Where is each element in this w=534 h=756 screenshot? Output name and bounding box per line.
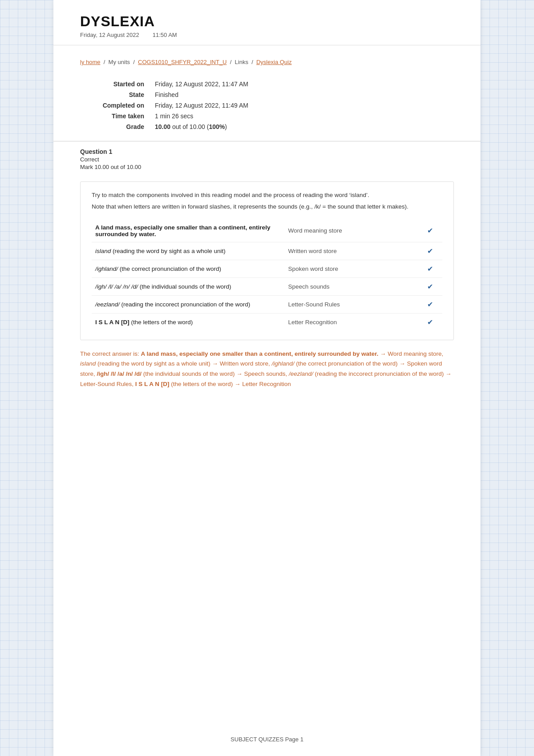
page-footer: SUBJECT QUIZZES Page 1 [53, 736, 481, 743]
question-label: Question 1 [80, 148, 454, 155]
info-section: Started on Friday, 12 August 2022, 11:47… [53, 74, 481, 141]
breadcrumb-links: Links [235, 59, 248, 65]
correct-answer-prefix: The correct answer is: A land mass, espe… [80, 350, 451, 388]
info-row-completed: Completed on Friday, 12 August 2022, 11:… [80, 100, 454, 111]
question-header: Question 1 Correct Mark 10.00 out of 10.… [53, 141, 481, 173]
question-mark: Mark 10.00 out of 10.00 [80, 164, 454, 170]
match-left-1: A land mass, especially one smaller than… [92, 220, 284, 242]
breadcrumb-quiz[interactable]: Dyslexia Quiz [256, 59, 291, 65]
match-right-2: Written word store [284, 242, 417, 260]
match-check-4: ✔ [418, 277, 442, 295]
match-check-5: ✔ [418, 295, 442, 313]
checkmark-icon-3: ✔ [427, 265, 433, 273]
time-taken-label: Time taken [80, 111, 151, 121]
time-taken-value: 1 min 26 secs [151, 111, 454, 121]
grade-label: Grade [80, 121, 151, 132]
content-card: Try to match the components involved in … [80, 181, 454, 340]
grade-value: 10.00 out of 10.00 (100%) [151, 121, 454, 132]
match-table: A land mass, especially one smaller than… [92, 220, 442, 331]
checkmark-icon-6: ✔ [427, 318, 433, 326]
checkmark-icon-5: ✔ [427, 301, 433, 308]
match-left-2: island (reading the word by sight as a w… [92, 242, 284, 260]
checkmark-icon-1: ✔ [427, 227, 433, 234]
breadcrumb-home[interactable]: ly home [80, 59, 101, 65]
breadcrumb-course[interactable]: COGS1010_SHFYR_2022_INT_U [138, 59, 227, 65]
match-row-6: I S L A N [D] (the letters of the word) … [92, 313, 442, 331]
content-intro-2: Note that when letters are written in fo… [92, 202, 442, 211]
content-intro-1: Try to match the components involved in … [92, 191, 442, 200]
started-on-value: Friday, 12 August 2022, 11:47 AM [151, 79, 454, 89]
match-check-2: ✔ [418, 242, 442, 260]
match-right-4: Speech sounds [284, 277, 417, 295]
match-left-4: /igh/ /l/ /a/ /n/ /d/ (the individual so… [92, 277, 284, 295]
match-left-5: /eezland/ (reading the inccorect pronunc… [92, 295, 284, 313]
match-row-4: /igh/ /l/ /a/ /n/ /d/ (the individual so… [92, 277, 442, 295]
breadcrumb: ly home / My units / COGS1010_SHFYR_2022… [80, 59, 454, 65]
match-right-3: Spoken word store [284, 260, 417, 277]
match-right-5: Letter-Sound Rules [284, 295, 417, 313]
page-date: Friday, 12 August 2022 11:50 AM [80, 32, 454, 38]
completed-on-value: Friday, 12 August 2022, 11:49 AM [151, 100, 454, 111]
info-row-grade: Grade 10.00 out of 10.00 (100%) [80, 121, 454, 132]
match-right-1: Word meaning store [284, 220, 417, 242]
info-row-started: Started on Friday, 12 August 2022, 11:47… [80, 79, 454, 89]
checkmark-icon-4: ✔ [427, 283, 433, 290]
match-row-5: /eezland/ (reading the inccorect pronunc… [92, 295, 442, 313]
match-right-6: Letter Recognition [284, 313, 417, 331]
match-row-3: /ighland/ (the correct pronunciation of … [92, 260, 442, 277]
info-table: Started on Friday, 12 August 2022, 11:47… [80, 79, 454, 132]
state-label: State [80, 89, 151, 100]
page-title: DYSLEXIA [80, 13, 454, 30]
match-row-2: island (reading the word by sight as a w… [92, 242, 442, 260]
correct-answer-section: The correct answer is: A land mass, espe… [80, 349, 454, 390]
match-left-3: /ighland/ (the correct pronunciation of … [92, 260, 284, 277]
match-left-6: I S L A N [D] (the letters of the word) [92, 313, 284, 331]
info-row-state: State Finished [80, 89, 454, 100]
checkmark-icon-2: ✔ [427, 247, 433, 255]
page-header: DYSLEXIA Friday, 12 August 2022 11:50 AM [53, 0, 481, 45]
info-row-time: Time taken 1 min 26 secs [80, 111, 454, 121]
time-text: 11:50 AM [153, 32, 177, 38]
footer-text: SUBJECT QUIZZES Page 1 [231, 736, 303, 743]
state-value: Finished [151, 89, 454, 100]
question-status: Correct [80, 156, 454, 163]
breadcrumb-section: ly home / My units / COGS1010_SHFYR_2022… [53, 45, 481, 74]
started-on-label: Started on [80, 79, 151, 89]
match-check-6: ✔ [418, 313, 442, 331]
date-text: Friday, 12 August 2022 [80, 32, 139, 38]
match-row-1: A land mass, especially one smaller than… [92, 220, 442, 242]
completed-on-label: Completed on [80, 100, 151, 111]
match-check-3: ✔ [418, 260, 442, 277]
breadcrumb-myunits: My units [109, 59, 130, 65]
match-check-1: ✔ [418, 220, 442, 242]
